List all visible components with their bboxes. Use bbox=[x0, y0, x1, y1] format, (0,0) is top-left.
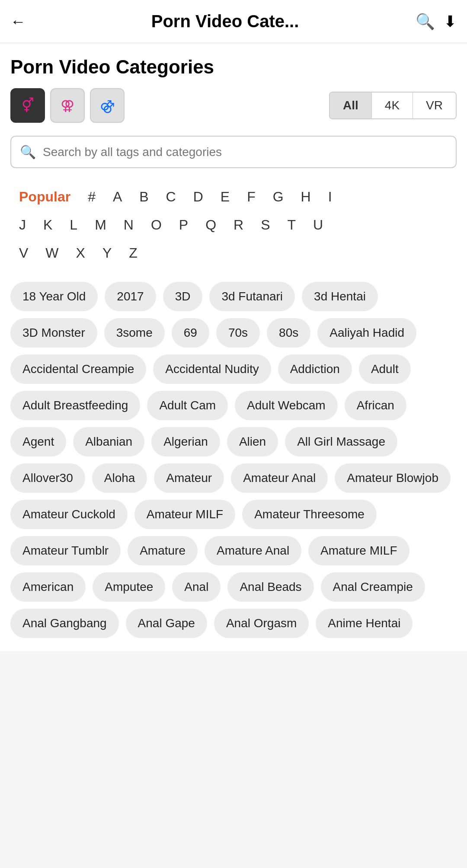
tag-pill[interactable]: Anal Creampie bbox=[321, 572, 425, 602]
alpha-row-1: Popular # A B C D E F G H I bbox=[10, 184, 457, 210]
alpha-t[interactable]: T bbox=[278, 212, 304, 238]
alpha-q[interactable]: Q bbox=[197, 212, 225, 238]
tag-pill[interactable]: Allover30 bbox=[10, 463, 85, 493]
alpha-hash[interactable]: # bbox=[79, 184, 104, 210]
alpha-s[interactable]: S bbox=[252, 212, 278, 238]
alpha-f[interactable]: F bbox=[238, 184, 264, 210]
tag-pill[interactable]: 80s bbox=[267, 318, 310, 348]
tag-pill[interactable]: 3D bbox=[163, 282, 203, 311]
tag-pill[interactable]: Adult Webcam bbox=[235, 391, 338, 420]
alpha-l[interactable]: L bbox=[61, 212, 86, 238]
tag-pill[interactable]: Addiction bbox=[278, 354, 352, 384]
tag-pill[interactable]: 3d Futanari bbox=[209, 282, 295, 311]
tag-pill[interactable]: 3d Hentai bbox=[302, 282, 378, 311]
type-buttons: All 4K VR bbox=[329, 92, 457, 119]
tag-pill[interactable]: Accidental Nudity bbox=[153, 354, 271, 384]
tag-pill[interactable]: Amateur Blowjob bbox=[335, 463, 451, 493]
gender-btn-female[interactable]: ⚢ bbox=[50, 88, 85, 123]
header-title: Porn Video Cate... bbox=[35, 12, 416, 31]
tag-pill[interactable]: Anal Beads bbox=[227, 572, 313, 602]
tag-pill[interactable]: Adult Breastfeeding bbox=[10, 391, 140, 420]
header-icons: 🔍 ⬇ bbox=[416, 13, 457, 31]
gender-btn-male[interactable]: ⚣ bbox=[90, 88, 125, 123]
page-title: Porn Video Categories bbox=[10, 56, 457, 78]
alpha-m[interactable]: M bbox=[86, 212, 115, 238]
tag-pill[interactable]: Amateur Tumblr bbox=[10, 536, 121, 565]
alphabet-nav: Popular # A B C D E F G H I J K L M N O … bbox=[10, 184, 457, 266]
alpha-popular[interactable]: Popular bbox=[10, 184, 79, 210]
search-input[interactable] bbox=[43, 145, 447, 159]
tag-pill[interactable]: Amateur MILF bbox=[134, 500, 235, 529]
tag-pill[interactable]: American bbox=[10, 572, 86, 602]
gender-male-symbol: ⚣ bbox=[100, 97, 115, 114]
tag-pill[interactable]: Amateur Cuckold bbox=[10, 500, 128, 529]
tag-pill[interactable]: Amature Anal bbox=[205, 536, 301, 565]
gender-female-symbol: ⚢ bbox=[61, 97, 74, 114]
alpha-x[interactable]: X bbox=[67, 240, 94, 266]
back-button[interactable]: ← bbox=[10, 13, 26, 31]
tag-pill[interactable]: Aloha bbox=[92, 463, 147, 493]
tag-pill[interactable]: Alien bbox=[227, 427, 278, 456]
alpha-b[interactable]: B bbox=[131, 184, 157, 210]
tag-pill[interactable]: Anal Orgasm bbox=[214, 609, 309, 638]
alpha-row-2: J K L M N O P Q R S T U bbox=[10, 212, 457, 238]
alpha-c[interactable]: C bbox=[157, 184, 185, 210]
alpha-n[interactable]: N bbox=[115, 212, 142, 238]
tag-pill[interactable]: Anime Hentai bbox=[316, 609, 413, 638]
alpha-u[interactable]: U bbox=[304, 212, 332, 238]
main-content: Porn Video Categories ⚥ ⚢ ⚣ All 4K VR 🔍 … bbox=[0, 43, 467, 651]
search-box: 🔍 bbox=[10, 136, 457, 168]
type-btn-4k[interactable]: 4K bbox=[372, 93, 413, 118]
download-icon[interactable]: ⬇ bbox=[444, 13, 457, 31]
alpha-y[interactable]: Y bbox=[94, 240, 120, 266]
tag-pill[interactable]: African bbox=[345, 391, 406, 420]
search-icon: 🔍 bbox=[20, 144, 36, 160]
gender-btn-both[interactable]: ⚥ bbox=[10, 88, 45, 123]
alpha-p[interactable]: P bbox=[170, 212, 197, 238]
tag-pill[interactable]: 69 bbox=[172, 318, 209, 348]
gender-both-symbol: ⚥ bbox=[22, 97, 34, 114]
tag-pill[interactable]: Amature MILF bbox=[308, 536, 409, 565]
tag-pill[interactable]: Algerian bbox=[151, 427, 220, 456]
alpha-h[interactable]: H bbox=[292, 184, 320, 210]
alpha-w[interactable]: W bbox=[37, 240, 67, 266]
tag-pill[interactable]: Agent bbox=[10, 427, 66, 456]
type-btn-all[interactable]: All bbox=[330, 93, 372, 118]
alpha-j[interactable]: J bbox=[10, 212, 35, 238]
tag-pill[interactable]: 70s bbox=[216, 318, 260, 348]
alpha-v[interactable]: V bbox=[10, 240, 37, 266]
alpha-z[interactable]: Z bbox=[120, 240, 146, 266]
alpha-d[interactable]: D bbox=[185, 184, 212, 210]
tag-pill[interactable]: Albanian bbox=[73, 427, 144, 456]
alpha-row-3: V W X Y Z bbox=[10, 240, 457, 266]
tag-pill[interactable]: Amateur Anal bbox=[231, 463, 328, 493]
tags-container: 18 Year Old20173D3d Futanari3d Hentai3D … bbox=[10, 282, 457, 638]
tag-pill[interactable]: 18 Year Old bbox=[10, 282, 98, 311]
alpha-o[interactable]: O bbox=[142, 212, 170, 238]
alpha-k[interactable]: K bbox=[35, 212, 61, 238]
alpha-a[interactable]: A bbox=[104, 184, 131, 210]
alpha-r[interactable]: R bbox=[225, 212, 252, 238]
tag-pill[interactable]: 3some bbox=[104, 318, 165, 348]
tag-pill[interactable]: Anal bbox=[172, 572, 221, 602]
tag-pill[interactable]: Aaliyah Hadid bbox=[317, 318, 416, 348]
alpha-e[interactable]: E bbox=[212, 184, 238, 210]
tag-pill[interactable]: Amateur Threesome bbox=[242, 500, 377, 529]
tag-pill[interactable]: Amateur bbox=[154, 463, 224, 493]
tag-pill[interactable]: All Girl Massage bbox=[285, 427, 397, 456]
tag-pill[interactable]: Anal Gangbang bbox=[10, 609, 119, 638]
tag-pill[interactable]: Amputee bbox=[93, 572, 165, 602]
tag-pill[interactable]: Accidental Creampie bbox=[10, 354, 146, 384]
tag-pill[interactable]: 2017 bbox=[105, 282, 156, 311]
tag-pill[interactable]: Amature bbox=[128, 536, 198, 565]
search-icon[interactable]: 🔍 bbox=[416, 13, 435, 31]
tag-pill[interactable]: Anal Gape bbox=[126, 609, 207, 638]
alpha-g[interactable]: G bbox=[264, 184, 292, 210]
header: ← Porn Video Cate... 🔍 ⬇ bbox=[0, 0, 467, 43]
alpha-i[interactable]: I bbox=[320, 184, 341, 210]
filter-row: ⚥ ⚢ ⚣ All 4K VR bbox=[10, 88, 457, 123]
tag-pill[interactable]: Adult bbox=[359, 354, 411, 384]
type-btn-vr[interactable]: VR bbox=[413, 93, 456, 118]
tag-pill[interactable]: Adult Cam bbox=[147, 391, 228, 420]
tag-pill[interactable]: 3D Monster bbox=[10, 318, 97, 348]
